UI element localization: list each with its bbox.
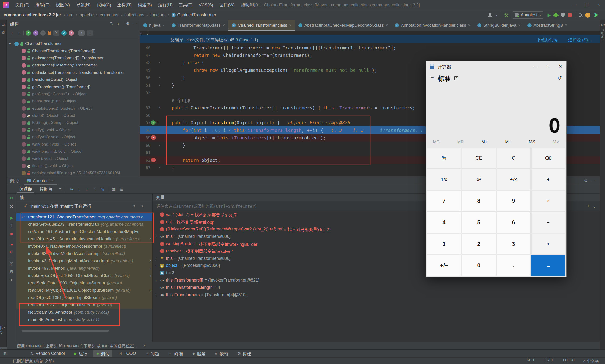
gutter-icon[interactable] <box>151 134 161 142</box>
gutter-icon[interactable] <box>151 127 161 134</box>
chevron-down-icon[interactable]: ⌄ <box>140 31 143 35</box>
tab-close-icon[interactable]: × <box>468 23 470 27</box>
structure-toolbar-icon[interactable]: ↓ <box>16 30 21 36</box>
structure-toolbar-icon[interactable] <box>48 32 51 35</box>
menu-item[interactable]: 运行(U) <box>155 0 176 10</box>
run-button[interactable]: ▶ <box>547 12 551 18</box>
expand-chevron-icon[interactable]: › <box>155 278 159 282</box>
tool-window-button[interactable]: ⚒ 构建 <box>234 350 254 358</box>
stack-frame[interactable]: main:65, Annotest (com.study.cc.cc1) <box>16 316 153 323</box>
gutter-icon[interactable] <box>151 96 161 104</box>
stack-frame[interactable]: setValue:191, AbstractInputCheckedMapDec… <box>16 228 153 235</box>
calculator-key[interactable]: − <box>531 212 565 233</box>
search-icon[interactable] <box>579 13 582 17</box>
calculator-key[interactable]: ⌫ <box>531 148 565 169</box>
folder-icon[interactable]: ▨ <box>0 30 6 34</box>
tab-close-icon[interactable]: × <box>565 23 567 27</box>
tool-window-switcher-icon[interactable]: ▦ <box>3 351 7 356</box>
expand-chevron-icon[interactable]: › <box>155 234 159 238</box>
expand-chevron-icon[interactable]: › <box>155 263 159 268</box>
calculator-key[interactable]: 6 <box>497 212 530 233</box>
calculator-key[interactable]: x² <box>462 169 496 190</box>
structure-toolbar-icon[interactable]: λ <box>69 30 74 36</box>
stack-frame[interactable]: readSerialData:1900, ObjectInputStream (… <box>16 279 153 287</box>
gutter-icon[interactable] <box>151 59 161 67</box>
debug-toolbar-item[interactable]: ↑ <box>92 187 97 192</box>
debug-side-icon[interactable]: ■ <box>9 232 14 237</box>
debug-side-icon[interactable]: ⚙ <box>9 269 14 274</box>
debug-toolbar-item[interactable]: ↓ <box>85 187 89 192</box>
structure-toolbar-icon[interactable]: ↑ <box>78 30 85 36</box>
breadcrumb-item[interactable]: functors <box>150 13 172 17</box>
calculator-key[interactable]: 8 <box>462 191 496 211</box>
menu-item[interactable]: 文件(F) <box>12 0 32 10</box>
debug-side-icon[interactable]: ↻ <box>9 195 14 201</box>
debug-toolbar-item[interactable]: ↓ <box>77 187 81 192</box>
debug-side-icon[interactable] <box>9 258 14 258</box>
debug-header-icon[interactable]: ⚙ <box>584 179 588 183</box>
memory-button[interactable]: M∨ <box>553 139 559 144</box>
structure-header-icon[interactable] <box>123 21 123 26</box>
debug-toolbar-item[interactable]: ≡ <box>58 187 63 192</box>
debug-toolbar-item[interactable]: 调试器 <box>17 185 34 193</box>
debug-side-icon[interactable]: + <box>9 277 14 283</box>
gutter-icon[interactable] <box>151 81 161 89</box>
filter-icon[interactable]: ▼ <box>133 204 136 208</box>
tool-stripe-bookmarks[interactable]: ⚑ 书签 <box>0 324 7 337</box>
structure-toolbar-icon[interactable]: ↓ <box>87 30 93 36</box>
tool-stripe-maven[interactable]: Maven <box>601 29 605 41</box>
build-hammer-icon[interactable]: ⚒ <box>504 12 508 18</box>
stack-frame[interactable]: invoke:43, DelegatingMethodAccessorImpl … <box>16 257 153 265</box>
tab-close-icon[interactable]: × <box>518 23 520 27</box>
status-message[interactable]: 已到达断点 (片刻 之前) <box>13 358 54 364</box>
debug-side-icon[interactable]: ▶ <box>9 215 14 221</box>
code-line[interactable]: 46 Transformer[] transformers = new Tran… <box>140 44 600 52</box>
ide-features-icon[interactable] <box>594 13 598 17</box>
tab-close-icon[interactable]: × <box>223 23 225 27</box>
minimize-icon[interactable]: — <box>530 61 542 72</box>
calculator-key[interactable]: . <box>497 255 530 276</box>
choose-sources-link[interactable]: 选择源 (S)... <box>568 36 591 42</box>
gutter-icon[interactable] <box>151 149 161 157</box>
structure-header-icon[interactable]: — <box>132 21 137 26</box>
calculator-key[interactable]: × <box>531 191 565 211</box>
structure-tree-item[interactable]: hashCode(): int →Object <box>7 98 139 105</box>
maven-icon[interactable]: m <box>600 22 605 27</box>
structure-tree-item[interactable]: notifyAll(): void →Object <box>7 133 139 141</box>
history-icon[interactable]: ↺ <box>557 75 562 81</box>
editor-tab[interactable]: c ChainedTransformer.class × <box>228 20 295 31</box>
memory-button[interactable]: M− <box>505 140 511 144</box>
calculator-key[interactable]: 1/x <box>427 169 461 190</box>
calculator-key[interactable]: 3 <box>497 234 530 254</box>
calculator-key[interactable]: ÷ <box>531 169 565 190</box>
structure-header-icon[interactable]: ↕ <box>116 21 121 26</box>
structure-toolbar-icon[interactable]: c <box>26 30 31 36</box>
debug-side-icon[interactable]: ‖ <box>9 224 14 229</box>
debug-header-icon[interactable]: — <box>591 179 595 183</box>
debug-toolbar-item[interactable] <box>66 186 66 192</box>
chevron-down-icon[interactable]: ▾ <box>141 204 143 208</box>
menu-item[interactable]: 导航(N) <box>73 0 94 10</box>
breadcrumb-item[interactable]: org <box>67 13 80 17</box>
debug-toolbar-item[interactable]: 控制台 <box>37 186 55 193</box>
editor-tab[interactable]: c AnnotationInvocationHandler.class × <box>391 20 474 31</box>
download-sources-link[interactable]: 下载源代码 <box>537 36 558 42</box>
gutter-icon[interactable] <box>151 52 161 59</box>
structure-header-icon[interactable]: ⇅ <box>109 21 114 26</box>
editor-tab[interactable]: c TransformedMap.class × <box>168 20 228 31</box>
stack-frame[interactable]: invokeReadObject:1058, ObjectStreamClass… <box>16 272 153 279</box>
debug-toolbar-item[interactable]: ≣ <box>119 187 124 192</box>
structure-toolbar-icon[interactable]: Y <box>53 30 59 36</box>
debug-toolbar-item[interactable]: ▦ <box>111 187 116 192</box>
calculator-key[interactable]: % <box>427 148 461 169</box>
calculator-key[interactable]: C <box>497 148 530 169</box>
debug-toolbar-item[interactable]: ↘ <box>100 187 105 192</box>
calculator-key[interactable]: 2 <box>462 234 496 254</box>
calculator-key[interactable]: 0 <box>462 255 496 276</box>
update-icon[interactable]: ↑ <box>585 13 590 18</box>
stack-frame[interactable]: ↩ transform:121, ChainedTransformer (org… <box>16 213 153 221</box>
calculator-key[interactable]: +/− <box>427 255 461 276</box>
stack-frame[interactable]: checkSetValue:203, TransformedMap (org.a… <box>16 221 153 228</box>
calculator-key[interactable]: + <box>531 234 565 254</box>
gutter-icon[interactable] <box>151 66 161 74</box>
